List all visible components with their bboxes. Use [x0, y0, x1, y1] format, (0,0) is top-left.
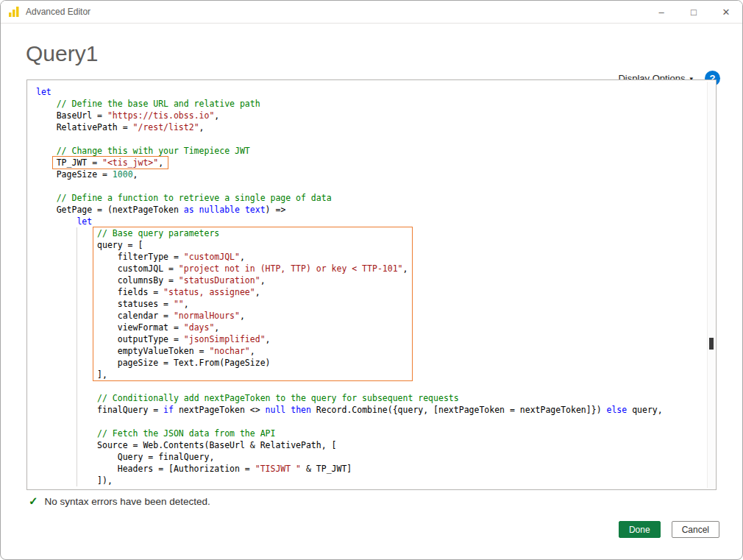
code-line: // Base query parameters: [97, 227, 408, 239]
code-line: [36, 380, 701, 392]
code-line: finalQuery = if nextPageToken <> null th…: [36, 404, 701, 416]
code-line: Source = Web.Contents(BaseUrl & Relative…: [36, 439, 701, 451]
code-line: emptyValueToken = "nochar",: [97, 345, 408, 357]
editor-scrollbar[interactable]: [707, 82, 715, 488]
indent-guide: [77, 227, 77, 486]
code-line: [36, 133, 701, 145]
code-line: RelativePath = "/rest/list2",: [36, 121, 701, 133]
window-titlebar: Advanced Editor – □ ✕: [1, 1, 742, 24]
dialog-header: Query1 Display Options ▾ ?: [1, 24, 742, 66]
code-line: Query = finalQuery,: [36, 451, 701, 463]
code-line: [36, 416, 701, 428]
code-area: let// Define the base URL and relative p…: [36, 86, 701, 486]
code-line: // Conditionally add nextPageToken to th…: [36, 392, 701, 404]
code-line: let: [36, 216, 701, 227]
syntax-status: ✓ No syntax errors have been detected.: [29, 495, 210, 508]
code-line: Headers = [Authorization = "TISJWT " & T…: [36, 463, 701, 475]
code-line: ],: [97, 369, 408, 380]
highlight-box: // Base query parametersquery = [filterT…: [93, 227, 412, 380]
code-line: query = [: [97, 239, 408, 251]
code-line: filterType = "customJQL",: [97, 251, 408, 263]
code-line: fields = "status, assignee",: [97, 286, 408, 298]
code-line: calendar = "normalHours",: [97, 310, 408, 322]
code-line: columnsBy = "statusDuration",: [97, 274, 408, 286]
window-controls: – □ ✕: [645, 1, 742, 23]
code-line: outputType = "jsonSimplified",: [97, 333, 408, 345]
code-line: TP_JWT = "<tis_jwt>",: [57, 157, 163, 169]
close-button[interactable]: ✕: [710, 1, 742, 23]
code-line: // Define the base URL and relative path: [36, 98, 701, 110]
check-icon: ✓: [29, 495, 38, 508]
done-button[interactable]: Done: [619, 521, 661, 538]
code-line: pageSize = Text.From(PageSize): [97, 357, 408, 369]
advanced-editor-window: Advanced Editor – □ ✕ Query1 Display Opt…: [0, 0, 743, 560]
maximize-button[interactable]: □: [678, 1, 710, 23]
code-line: // Change this with your Timepiece JWT: [36, 145, 701, 157]
highlight-box: TP_JWT = "<tis_jwt>",: [53, 157, 168, 169]
code-line: viewFormat = "days",: [97, 322, 408, 333]
code-line: statuses = "",: [97, 298, 408, 310]
code-line: customJQL = "project not in (HTP, TTP) o…: [97, 263, 408, 274]
cancel-button[interactable]: Cancel: [672, 521, 719, 538]
code-line: BaseUrl = "https://tis.obss.io",: [36, 110, 701, 121]
code-line: [36, 180, 701, 192]
code-line: PageSize = 1000,: [36, 169, 701, 180]
dialog-footer: Done Cancel: [619, 521, 719, 538]
code-line: // Define a function to retrieve a singl…: [36, 192, 701, 204]
window-title: Advanced Editor: [26, 7, 90, 17]
page-title: Query1: [26, 41, 719, 66]
status-message: No syntax errors have been detected.: [45, 496, 210, 507]
code-line: ]),: [36, 475, 701, 486]
powerbi-logo-icon: [8, 6, 20, 18]
minimize-button[interactable]: –: [645, 1, 678, 23]
code-line: GetPage = (nextPageToken as nullable tex…: [36, 204, 701, 216]
code-editor[interactable]: let// Define the base URL and relative p…: [26, 79, 717, 490]
code-line: // Fetch the JSON data from the API: [36, 428, 701, 439]
scrollbar-thumb[interactable]: [709, 338, 714, 350]
code-line: let: [36, 86, 701, 98]
